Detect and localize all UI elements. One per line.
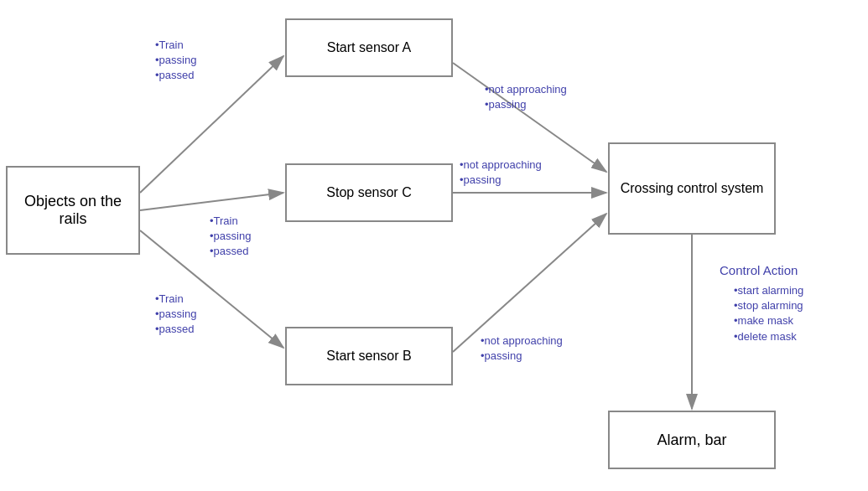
label-control-items: •start alarming•stop alarming•make mask•… [734,283,803,344]
objects-box: Objects on the rails [6,166,140,255]
crossing-control-box: Crossing control system [608,142,776,235]
label-control-action: Control Action [720,261,798,279]
label-train-top: •Train•passing•passed [155,38,196,84]
svg-line-2 [140,193,283,210]
label-not-approaching-c: •not approaching•passing [460,158,542,188]
start-sensor-b-box: Start sensor B [285,327,453,385]
label-train-bot: •Train•passing•passed [155,292,196,338]
diagram: Objects on the rails Start sensor A Stop… [0,0,868,491]
start-sensor-a-box: Start sensor A [285,18,453,77]
alarm-bar-box: Alarm, bar [608,411,776,469]
label-train-mid: •Train•passing•passed [210,214,251,260]
svg-line-4 [453,63,606,172]
label-not-approaching-a: •not approaching•passing [485,82,567,112]
svg-line-6 [453,214,606,352]
label-not-approaching-b: •not approaching•passing [481,333,563,364]
stop-sensor-c-box: Stop sensor C [285,163,453,222]
